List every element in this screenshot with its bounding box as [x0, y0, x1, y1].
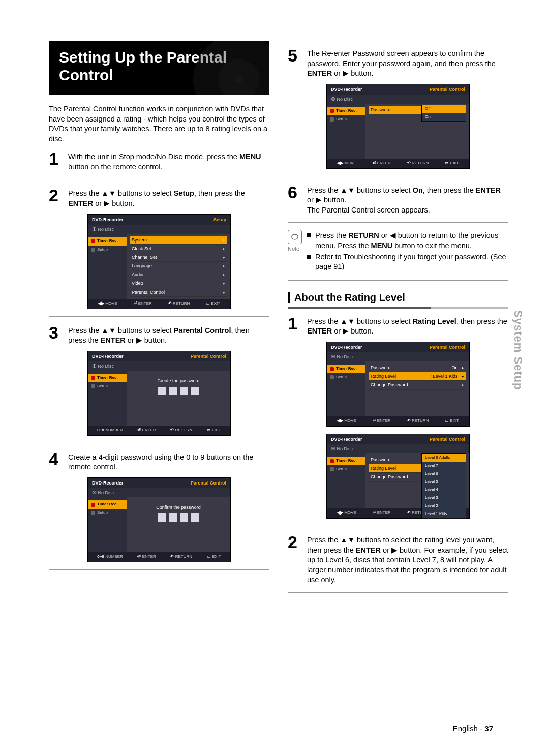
osd-rating-levels: DVD-RecorderParental Control ⦿ No Disc T…: [326, 434, 470, 519]
step-2: 2 Press the ▲▼ buttons to select Setup, …: [49, 187, 269, 208]
step-4: 4 Create a 4-digit password using the 0 …: [49, 450, 269, 472]
page-title: Setting Up the Parental Control: [49, 41, 269, 95]
page-footer: English - 37: [453, 723, 493, 734]
step-1: 1 With the unit in Stop mode/No Disc mod…: [49, 150, 269, 172]
step-5: 5 The Re-enter Password screen appears t…: [288, 47, 508, 79]
step-3: 3 Press the ▲▼ buttons to select Parenta…: [49, 324, 269, 346]
osd-parental-list: DVD-RecorderParental Control ⦿ No Disc T…: [326, 342, 470, 427]
nav-timer: Timer Rec.: [88, 237, 127, 246]
osd-setup: DVD-RecorderSetup ⦿ No Disc Timer Rec. S…: [87, 214, 231, 309]
rating-step-1: 1 Press the ▲▼ buttons to select Rating …: [288, 315, 508, 337]
section-tab: System Setup: [510, 310, 526, 390]
section-rating-heading: About the Rating Level: [288, 291, 508, 305]
note-icon: [288, 230, 302, 244]
nav-setup: Setup: [88, 246, 127, 254]
note-block: Note Press the RETURN or ◀ button to ret…: [288, 230, 508, 273]
disc-graphic: [193, 41, 269, 95]
step-6: 6 Press the ▲▼ buttons to select On, the…: [288, 184, 508, 216]
rating-step-2: 2 Press the ▲▼ buttons to select the rat…: [288, 533, 508, 585]
osd-confirm-password: DVD-RecorderParental Control ⦿ No Disc T…: [87, 477, 231, 562]
osd-create-password: DVD-RecorderParental Control ⦿ No Disc T…: [87, 351, 231, 436]
intro-text: The Parental Control function works in c…: [49, 104, 269, 144]
osd-password-onoff: DVD-RecorderParental Control ⦿ No Disc T…: [326, 84, 470, 169]
